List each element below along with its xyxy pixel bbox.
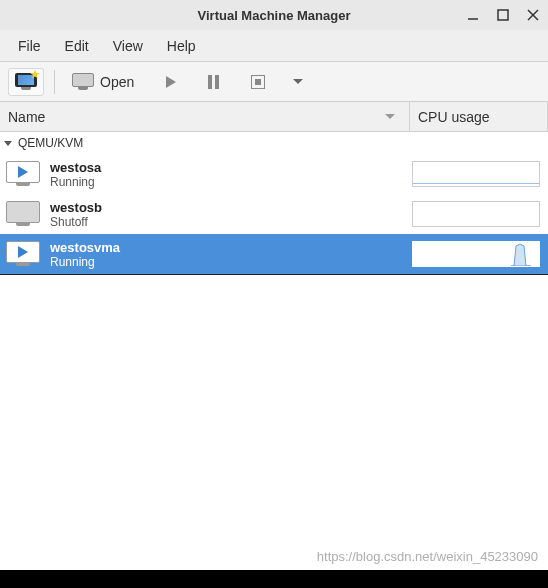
cpu-graph [412, 201, 540, 227]
cpu-spike-icon [511, 242, 531, 266]
menu-help[interactable]: Help [155, 34, 208, 58]
watermark: https://blog.csdn.net/weixin_45233090 [317, 549, 538, 564]
footer-bar [0, 570, 548, 588]
sort-arrow-icon [385, 114, 395, 119]
cpu-graph [412, 241, 540, 267]
shutdown-dropdown[interactable] [286, 74, 310, 89]
vm-row-westosb[interactable]: westosb Shutoff [0, 194, 548, 234]
vm-thumbnail-icon [6, 161, 40, 187]
vm-info: westosb Shutoff [50, 200, 412, 229]
chevron-down-icon [293, 79, 303, 84]
divider [0, 274, 548, 275]
expand-arrow-icon [4, 141, 12, 146]
shutdown-button[interactable] [244, 70, 272, 94]
svg-rect-1 [498, 10, 508, 20]
menu-edit[interactable]: Edit [53, 34, 101, 58]
vm-name: westosvma [50, 240, 412, 255]
vm-info: westosa Running [50, 160, 412, 189]
vm-status: Shutoff [50, 215, 412, 229]
vm-name: westosb [50, 200, 412, 215]
new-vm-button[interactable] [8, 68, 44, 96]
menu-file[interactable]: File [6, 34, 53, 58]
connection-label: QEMU/KVM [18, 136, 83, 150]
column-cpu-label: CPU usage [418, 109, 490, 125]
pause-icon [208, 75, 219, 89]
open-label: Open [100, 74, 134, 90]
close-button[interactable] [526, 8, 540, 22]
vm-thumbnail-icon [6, 241, 40, 267]
titlebar: Virtual Machine Manager [0, 0, 548, 30]
vm-row-westosa[interactable]: westosa Running [0, 154, 548, 194]
new-vm-icon [15, 73, 37, 91]
vm-status: Running [50, 255, 412, 269]
vm-tree: QEMU/KVM westosa Running westosb Shutoff… [0, 132, 548, 275]
toolbar: Open [0, 62, 548, 102]
maximize-button[interactable] [496, 8, 510, 22]
open-button[interactable]: Open [65, 68, 141, 96]
stop-icon [251, 75, 265, 89]
window-title: Virtual Machine Manager [198, 8, 351, 23]
cpu-graph [412, 161, 540, 187]
vm-name: westosa [50, 160, 412, 175]
minimize-button[interactable] [466, 8, 480, 22]
vm-thumbnail-icon [6, 201, 40, 227]
vm-status: Running [50, 175, 412, 189]
monitor-icon [72, 73, 94, 91]
vm-row-westosvma[interactable]: westosvma Running [0, 234, 548, 274]
menu-view[interactable]: View [101, 34, 155, 58]
run-button[interactable] [159, 71, 183, 93]
pause-button[interactable] [201, 70, 226, 94]
connection-row[interactable]: QEMU/KVM [0, 132, 548, 154]
window-controls [466, 8, 540, 22]
play-icon [166, 76, 176, 88]
column-name[interactable]: Name [0, 102, 410, 131]
column-headers: Name CPU usage [0, 102, 548, 132]
column-cpu[interactable]: CPU usage [410, 102, 548, 131]
separator [54, 70, 55, 94]
vm-info: westosvma Running [50, 240, 412, 269]
column-name-label: Name [8, 109, 45, 125]
menubar: File Edit View Help [0, 30, 548, 62]
